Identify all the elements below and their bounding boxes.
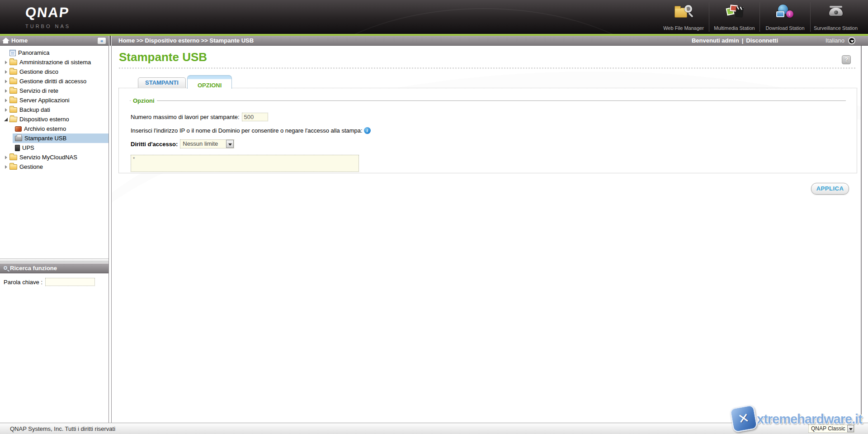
app-label: Web File Manager xyxy=(658,25,709,31)
multimedia-station-icon xyxy=(725,4,745,22)
breadcrumb: Home >> Dispositivo esterno >> Stampante… xyxy=(118,37,254,44)
tree-item-ups[interactable]: UPS xyxy=(0,143,108,153)
header-swoosh xyxy=(280,8,687,34)
external-storage-icon xyxy=(15,126,22,132)
overview-icon xyxy=(9,50,16,56)
qnap-logo-text: QNAP xyxy=(24,5,70,21)
access-rights-select[interactable]: Nessun limite xyxy=(180,139,234,148)
title-separator xyxy=(119,67,855,69)
ip-list-textarea[interactable]: * xyxy=(131,155,359,172)
surveillance-station-icon xyxy=(826,4,846,22)
expander-collapsed-icon[interactable] xyxy=(5,99,7,102)
options-fieldset: Opzioni Numero massimo di lavori per sta… xyxy=(130,97,846,172)
app-label: Multimedia Station xyxy=(709,25,760,31)
top-header: QNAP TURBO NAS Web File Manager Multimed… xyxy=(0,0,868,34)
max-jobs-input[interactable] xyxy=(242,113,268,121)
tree-item-server-applicazioni[interactable]: Server Applicazioni xyxy=(0,95,108,105)
access-rights-label: Diritti d'accesso: xyxy=(131,141,178,148)
logout-link[interactable]: Disconnetti xyxy=(746,37,778,44)
folder-icon xyxy=(9,98,17,103)
folder-icon xyxy=(9,60,17,65)
tree-item-gestione[interactable]: Gestione xyxy=(0,162,108,172)
language-dropdown-icon[interactable] xyxy=(848,37,855,44)
folder-icon xyxy=(9,155,17,160)
tree-item-dispositivo-esterno[interactable]: Dispositivo esterno xyxy=(0,114,108,124)
chevron-down-icon[interactable] xyxy=(847,425,854,432)
tab-stampanti[interactable]: STAMPANTI xyxy=(138,77,186,88)
printer-icon xyxy=(15,136,22,141)
expander-collapsed-icon[interactable] xyxy=(5,89,7,93)
sidebar-collapse-button[interactable]: « xyxy=(97,37,106,44)
app-download-station[interactable]: ↓ Download Station xyxy=(760,2,810,32)
download-station-icon: ↓ xyxy=(775,4,795,22)
panel-divider xyxy=(0,258,108,262)
tree-item-stampante-usb[interactable]: Stampante USB xyxy=(0,134,108,143)
turbo-nas-text: TURBO NAS xyxy=(25,24,71,29)
apply-button[interactable]: APPLICA xyxy=(811,183,849,195)
app-surveillance-station[interactable]: Surveillance Station xyxy=(810,2,861,32)
tree-item-gestione-disco[interactable]: Gestione disco xyxy=(0,67,108,76)
folder-icon xyxy=(9,69,17,75)
keyword-label: Parola chiave : xyxy=(4,279,42,286)
tree-item-servizio-mycloudnas[interactable]: Servizio MyCloudNAS xyxy=(0,153,108,162)
tree-item-panoramica[interactable]: Panoramica xyxy=(0,48,108,57)
app-web-file-manager[interactable]: Web File Manager xyxy=(658,2,709,32)
bar-strip xyxy=(109,36,111,46)
app-multimedia-station[interactable]: Multimedia Station xyxy=(709,2,760,32)
tree-item-servizio-di-rete[interactable]: Servizio di rete xyxy=(0,86,108,95)
search-icon xyxy=(4,266,7,270)
sidebar: Panoramica Amministrazione di sistema Ge… xyxy=(0,46,109,423)
folder-icon xyxy=(9,107,17,113)
tree-item-archivio-esterno[interactable]: Archivio esterno xyxy=(0,124,108,134)
expander-expanded-icon[interactable] xyxy=(4,118,8,121)
access-rights-row: Diritti d'accesso: Nessun limite xyxy=(131,139,846,148)
expander-collapsed-icon[interactable] xyxy=(5,108,7,112)
sidebar-header-title: Home xyxy=(11,37,28,44)
folder-icon xyxy=(9,88,17,94)
max-jobs-label: Numero massimo di lavori per stampante: xyxy=(131,114,240,120)
search-panel-header: Ricerca funzione xyxy=(0,263,108,273)
open-folder-icon xyxy=(9,117,17,122)
tree-item-backup-dati[interactable]: Backup dati xyxy=(0,105,108,114)
home-icon xyxy=(3,38,9,43)
access-rights-value: Nessun limite xyxy=(183,140,218,147)
welcome-text: Benvenuti admin xyxy=(692,37,739,44)
expander-collapsed-icon[interactable] xyxy=(5,165,7,169)
help-button[interactable]: ? xyxy=(842,55,851,64)
qnap-logo: QNAP TURBO NAS xyxy=(25,5,71,29)
tree-item-amministrazione-di-sistema[interactable]: Amministrazione di sistema xyxy=(0,57,108,67)
web-file-manager-icon xyxy=(674,4,693,22)
tree-item-gestione-diritti-di-accesso[interactable]: Gestione diritti di accesso xyxy=(0,76,108,86)
keyword-input[interactable] xyxy=(45,278,95,286)
breadcrumb-bar: Home >> Dispositivo esterno >> Stampante… xyxy=(112,36,868,46)
tab-bar: STAMPANTI OPZIONI xyxy=(138,75,232,88)
folder-icon xyxy=(9,164,17,170)
ups-icon xyxy=(15,145,20,151)
expander-collapsed-icon[interactable] xyxy=(5,70,7,74)
expander-collapsed-icon[interactable] xyxy=(5,156,7,159)
footer: QNAP Systems, Inc. Tutti i diritti riser… xyxy=(0,423,868,434)
page-title: Stampante USB xyxy=(119,50,207,64)
info-icon[interactable]: i xyxy=(364,127,371,134)
app-label: Surveillance Station xyxy=(811,25,861,31)
theme-value: QNAP Classic xyxy=(811,425,845,432)
language-label[interactable]: Italiano xyxy=(826,37,844,44)
max-jobs-row: Numero massimo di lavori per stampante: xyxy=(131,112,846,121)
theme-select[interactable]: QNAP Classic xyxy=(808,424,854,433)
options-panel: Opzioni Numero massimo di lavori per sta… xyxy=(118,88,857,173)
expander-collapsed-icon[interactable] xyxy=(5,80,7,83)
app-label: Download Station xyxy=(760,25,810,31)
options-legend: Opzioni xyxy=(131,97,157,104)
tab-opzioni[interactable]: OPZIONI xyxy=(187,75,232,89)
search-panel-body: Parola chiave : xyxy=(0,273,108,286)
chevron-down-icon[interactable] xyxy=(226,140,234,148)
ip-hint-row: Inserisci l'indirizzo IP o il nome di Do… xyxy=(131,126,846,135)
copyright-text: QNAP Systems, Inc. Tutti i diritti riser… xyxy=(10,425,115,432)
search-panel-title: Ricerca funzione xyxy=(10,265,57,272)
folder-icon xyxy=(9,79,17,84)
sidebar-header: Home « xyxy=(0,36,109,46)
expander-collapsed-icon[interactable] xyxy=(5,61,7,64)
navigation-tree: Panoramica Amministrazione di sistema Ge… xyxy=(0,46,108,172)
app-shortcuts: Web File Manager Multimedia Station ↓ Do… xyxy=(658,2,861,32)
separator: | xyxy=(742,37,744,44)
